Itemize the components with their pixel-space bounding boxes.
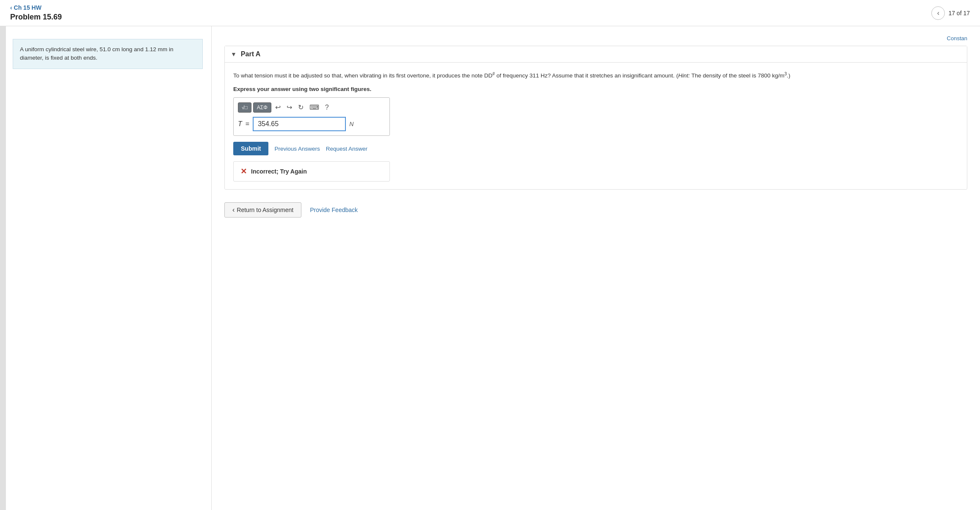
question-text: To what tension must it be adjusted so t… [233,70,958,80]
sqrt-button[interactable]: √□ [238,102,251,113]
submit-button[interactable]: Submit [233,142,268,155]
main-content: A uniform cylindrical steel wire, 51.0 c… [0,26,980,510]
top-bar: Ch 15 HW Problem 15.69 ‹ 17 of 17 [0,0,980,26]
incorrect-box: ✕ Incorrect; Try Again [233,161,390,182]
math-input-container: √□ ΑΣΦ ↩ ↪ ↻ ⌨ ? [233,97,390,136]
hint-text: The density of the steel is 7800 kg/m [690,72,784,79]
question-main: To what tension must it be adjusted so t… [233,72,489,79]
refresh-button[interactable]: ↻ [296,102,306,113]
alpha-sigma-phi-button[interactable]: ΑΣΦ [253,102,271,113]
constants-link-area: Constan [224,35,967,41]
right-content: Constan ▼ Part A To what tension must it… [212,26,980,510]
constants-link[interactable]: Constan [947,35,967,41]
bottom-actions: Return to Assignment Provide Feedback [224,202,967,218]
part-a-title: Part A [241,50,261,58]
d-sharp-notation: D# [489,72,495,79]
math-input-row: T = N [238,117,385,131]
submit-area: Submit Previous Answers Request Answer [233,142,390,155]
undo-button[interactable]: ↩ [273,102,283,113]
x-icon: ✕ [240,167,247,176]
answer-input[interactable] [253,117,346,131]
equals-sign: = [246,120,249,128]
problem-title: Problem 15.69 [10,13,62,22]
top-bar-left: Ch 15 HW Problem 15.69 [10,4,62,22]
math-toolbar: √□ ΑΣΦ ↩ ↪ ↻ ⌨ ? [238,102,385,113]
sqrt-icon: √□ [242,105,248,110]
part-a-section: ▼ Part A To what tension must it be adju… [224,46,967,190]
request-answer-link[interactable]: Request Answer [326,146,367,152]
t-label: T [238,120,242,127]
collapse-arrow-icon: ▼ [231,51,237,58]
help-button[interactable]: ? [323,102,331,113]
hint-label: (Hint: The density of the steel is 7800 … [676,72,790,79]
hint-italic: Hint: [678,72,690,79]
page-wrapper: Ch 15 HW Problem 15.69 ‹ 17 of 17 A unif… [0,0,980,510]
previous-answers-link[interactable]: Previous Answers [274,146,320,152]
question-freq: of frequency 311 Hz? Assume that it stre… [495,72,675,79]
top-bar-right: ‹ 17 of 17 [931,6,970,20]
keyboard-button[interactable]: ⌨ [307,102,321,113]
unit-label: N [349,121,353,127]
nav-prev-button[interactable]: ‹ [931,6,945,20]
left-sidebar: A uniform cylindrical steel wire, 51.0 c… [0,26,212,510]
return-to-assignment-button[interactable]: Return to Assignment [224,202,301,218]
page-count: 17 of 17 [948,10,970,17]
part-a-header[interactable]: ▼ Part A [225,46,967,63]
ch-link[interactable]: Ch 15 HW [10,4,62,11]
problem-description: A uniform cylindrical steel wire, 51.0 c… [13,39,203,69]
alpha-sigma-phi-label: ΑΣΦ [257,105,268,110]
sidebar-bar [0,26,6,510]
redo-button[interactable]: ↪ [284,102,294,113]
hint-end: . [787,72,789,79]
incorrect-text: Incorrect; Try Again [251,168,307,175]
express-instruction: Express your answer using two significan… [233,86,958,92]
math-label: T [238,120,242,128]
provide-feedback-link[interactable]: Provide Feedback [310,207,358,213]
part-a-body: To what tension must it be adjusted so t… [225,63,967,189]
